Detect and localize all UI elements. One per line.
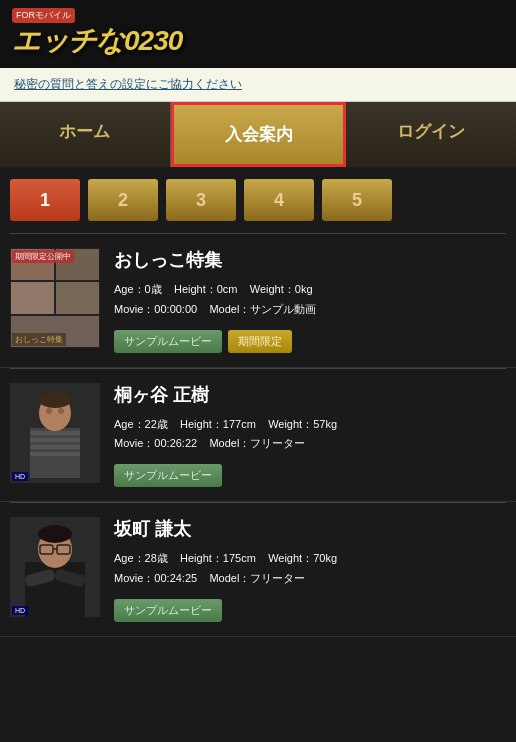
model-label-2: Model： [209,572,250,584]
weight-val-2: 70kg [313,552,337,564]
page-btn-5[interactable]: 5 [322,179,392,221]
thumb-label-top: 期間限定公開中 [12,250,74,263]
item-info-1: 桐ヶ谷 正樹 Age：22歳 Height：177cm Weight：57kg … [114,383,506,488]
thumb-person-1: HD [10,383,100,483]
item-title-0: おしっこ特集 [114,248,506,272]
item-thumb-2: HD [10,517,100,617]
nav-bar: ホーム 入会案内 ログイン [0,102,516,167]
height-label-0: Height： [174,283,217,295]
movie-val-2: 00:24:25 [154,572,197,584]
svg-rect-5 [30,452,80,456]
height-val-1: 177cm [223,418,256,430]
model-val-2: フリーター [250,572,305,584]
notice-bar: 秘密の質問と答えの設定にご協力ください [0,68,516,102]
logo: FORモバイル エッチな0230 [12,8,182,60]
model-val-0: サンプル動画 [250,303,316,315]
nav-home[interactable]: ホーム [0,102,171,167]
height-label-1: Height： [180,418,223,430]
item-thumb-1: HD [10,383,100,483]
header: FORモバイル エッチな0230 [0,0,516,68]
movie-label-0: Movie： [114,303,154,315]
item-tags-0: サンプルムービー 期間限定 [114,330,506,353]
height-val-2: 175cm [223,552,256,564]
item-tags-2: サンプルムービー [114,599,506,622]
svg-point-7 [39,392,71,408]
person-svg-2 [10,517,100,617]
tag-limited-0[interactable]: 期間限定 [228,330,292,353]
movie-label-1: Movie： [114,437,154,449]
notice-link[interactable]: 秘密の質問と答えの設定にご協力ください [14,77,242,91]
svg-rect-4 [30,445,80,449]
movie-label-2: Movie： [114,572,154,584]
model-label-0: Model： [209,303,250,315]
model-label-1: Model： [209,437,250,449]
tag-sample-2[interactable]: サンプルムービー [114,599,222,622]
thumb-hd-label-1: HD [12,472,28,481]
weight-val-1: 57kg [313,418,337,430]
height-label-2: Height： [180,552,223,564]
nav-login[interactable]: ログイン [346,102,516,167]
model-val-1: フリーター [250,437,305,449]
page-btn-1[interactable]: 1 [10,179,80,221]
weight-label-1: Weight： [268,418,313,430]
age-val-0: 0歳 [145,283,162,295]
svg-rect-2 [30,431,80,435]
item-tags-1: サンプルムービー [114,464,506,487]
logo-text: エッチな0230 [12,25,182,56]
item-title-2: 坂町 謙太 [114,517,506,541]
movie-val-0: 00:00:00 [154,303,197,315]
svg-point-18 [38,525,72,543]
svg-rect-11 [25,562,85,617]
item-meta-0: Age：0歳 Height：0cm Weight：0kg Movie：00:00… [114,280,506,320]
height-val-0: 0cm [217,283,238,295]
tag-sample-0[interactable]: サンプルムービー [114,330,222,353]
item-card-0: 期間限定公開中 おしっこ特集 おしっこ特集 Age：0歳 Height：0cm … [0,234,516,368]
page-btn-3[interactable]: 3 [166,179,236,221]
age-label-1: Age： [114,418,145,430]
logo-badge: FORモバイル [12,8,75,23]
tag-sample-1[interactable]: サンプルムービー [114,464,222,487]
svg-point-9 [58,408,64,414]
age-val-2: 28歳 [145,552,168,564]
item-meta-1: Age：22歳 Height：177cm Weight：57kg Movie：0… [114,415,506,455]
item-thumb-0: 期間限定公開中 おしっこ特集 [10,248,100,348]
age-label-0: Age： [114,283,145,295]
item-title-1: 桐ヶ谷 正樹 [114,383,506,407]
svg-rect-3 [30,438,80,442]
item-info-2: 坂町 謙太 Age：28歳 Height：175cm Weight：70kg M… [114,517,506,622]
movie-val-1: 00:26:22 [154,437,197,449]
item-card-2: HD 坂町 謙太 Age：28歳 Height：175cm Weight：70k… [0,503,516,637]
weight-val-0: 0kg [295,283,313,295]
page-btn-2[interactable]: 2 [88,179,158,221]
item-card-1: HD 桐ヶ谷 正樹 Age：22歳 Height：177cm Weight：57… [0,369,516,503]
svg-point-8 [46,408,52,414]
thumb-person-2: HD [10,517,100,617]
weight-label-0: Weight： [250,283,295,295]
age-label-2: Age： [114,552,145,564]
weight-label-2: Weight： [268,552,313,564]
nav-join[interactable]: 入会案内 [171,102,347,167]
age-val-1: 22歳 [145,418,168,430]
item-meta-2: Age：28歳 Height：175cm Weight：70kg Movie：0… [114,549,506,589]
person-svg-1 [10,383,100,483]
thumb-hd-label-2: HD [12,606,28,615]
page-btn-4[interactable]: 4 [244,179,314,221]
pagination: 1 2 3 4 5 [0,167,516,233]
item-info-0: おしっこ特集 Age：0歳 Height：0cm Weight：0kg Movi… [114,248,506,353]
thumb-label-bottom: おしっこ特集 [12,333,66,346]
